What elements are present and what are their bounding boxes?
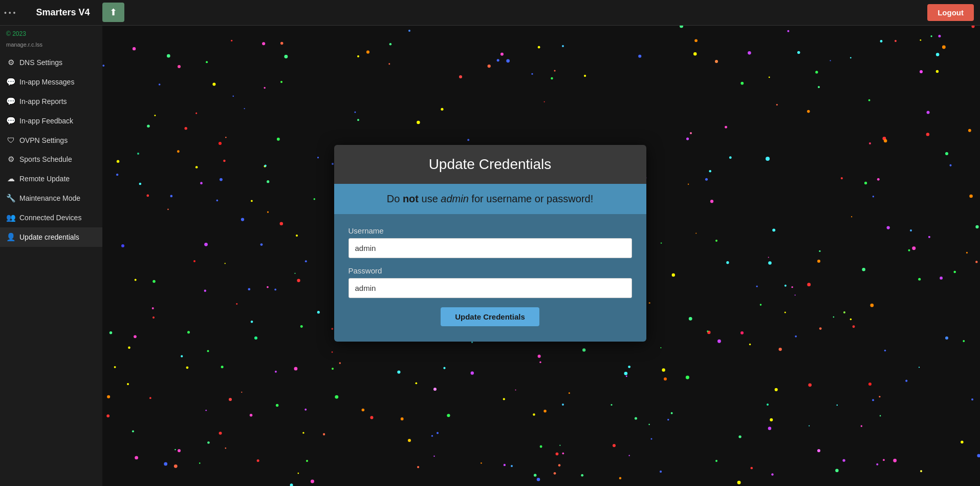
warning-text-prefix: Do xyxy=(387,193,403,204)
modal-header: Update Credentials xyxy=(334,145,646,184)
password-input[interactable] xyxy=(349,278,632,298)
warning-text-suffix: for username or password! xyxy=(469,193,593,204)
modal-body: Username Password Update Credentials xyxy=(334,214,646,342)
modal-warning-banner: Do not use admin for username or passwor… xyxy=(334,184,646,214)
warning-text-italic: admin xyxy=(441,193,468,204)
update-credentials-button[interactable]: Update Credentials xyxy=(441,307,539,326)
username-group: Username xyxy=(349,226,632,258)
warning-text-bold: not xyxy=(403,193,419,204)
username-label: Username xyxy=(349,226,632,235)
update-credentials-modal: Update Credentials Do not use admin for … xyxy=(334,145,646,342)
password-group: Password xyxy=(349,266,632,298)
modal-overlay: Update Credentials Do not use admin for … xyxy=(0,0,980,486)
password-label: Password xyxy=(349,266,632,275)
username-input[interactable] xyxy=(349,238,632,258)
warning-text-middle: use xyxy=(419,193,441,204)
modal-title: Update Credentials xyxy=(344,156,636,173)
